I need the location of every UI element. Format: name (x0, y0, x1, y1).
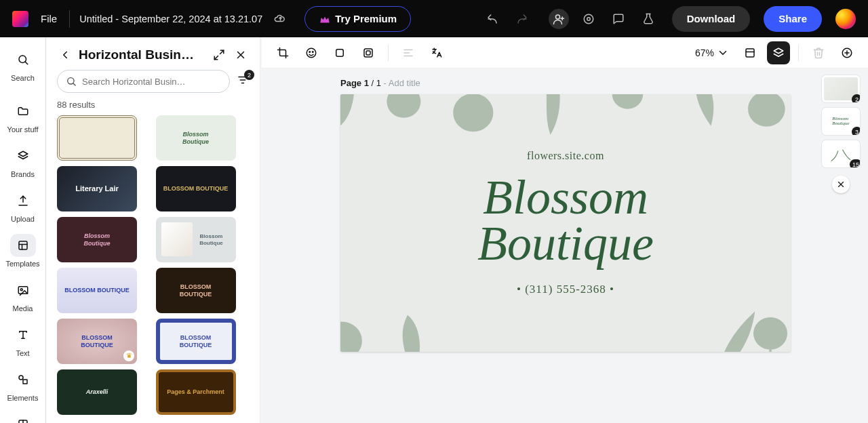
text-icon (10, 323, 36, 346)
undo-button[interactable] (482, 9, 502, 29)
svg-point-30 (307, 48, 316, 58)
experiments-icon[interactable] (638, 9, 658, 29)
template-card[interactable]: BLOSSOM BOUTIQUE♛ (57, 319, 137, 364)
close-strip-button[interactable] (832, 176, 850, 193)
svg-line-21 (220, 50, 224, 54)
svg-point-31 (309, 51, 311, 52)
template-card[interactable]: BLOSSOM BOUTIQUE (57, 268, 137, 313)
add-title-hint: - Add title (384, 78, 420, 88)
crop-tool[interactable] (271, 41, 294, 64)
template-card[interactable]: BLOSSOM BOUTIQUE (156, 319, 236, 364)
rail-text[interactable]: Text (4, 319, 42, 360)
thumb-badge: 3 (852, 127, 860, 135)
cloud-sync-icon[interactable] (273, 12, 287, 26)
rail-label: Templates (5, 260, 39, 268)
page-total: / 1 (369, 78, 384, 88)
svg-rect-34 (364, 49, 372, 57)
align-tool[interactable] (397, 41, 420, 64)
canvas-area[interactable]: Page 1 / 1 - Add title (262, 68, 868, 423)
brand-icon (10, 144, 36, 167)
shape-tool[interactable] (328, 41, 351, 64)
svg-point-46 (612, 94, 643, 109)
rail-elements[interactable]: Elements (4, 364, 42, 405)
translate-tool[interactable] (425, 41, 448, 64)
page-thumbnail-strip: 2 Blossom Boutique3 15 (822, 75, 860, 193)
add-page-button[interactable] (835, 41, 859, 64)
user-avatar[interactable] (835, 9, 856, 29)
search-icon (10, 48, 36, 71)
rail-templates[interactable]: Templates (4, 230, 42, 270)
delete-button[interactable] (807, 41, 830, 64)
filter-button[interactable]: 2 (237, 74, 249, 89)
expand-icon[interactable] (211, 47, 227, 63)
help-icon[interactable] (578, 9, 599, 29)
page-view-button[interactable] (738, 41, 762, 64)
template-card[interactable]: BLOSSOM BOUTIQUE (156, 268, 236, 313)
page-indicator[interactable]: Page 1 / 1 - Add title (340, 78, 420, 88)
template-card[interactable]: Blossom Boutique (156, 217, 236, 262)
svg-point-48 (340, 321, 362, 352)
template-search-input[interactable] (57, 70, 230, 93)
svg-line-22 (214, 56, 218, 60)
svg-rect-35 (366, 51, 370, 55)
rail-label: Brands (11, 170, 35, 178)
template-grid[interactable]: Blossom Boutique Literary Lair BLOSSOM B… (57, 115, 249, 423)
back-icon[interactable] (57, 47, 73, 63)
phone-text[interactable]: • (311) 555-2368 • (477, 283, 654, 296)
page-thumbnail[interactable]: 2 (822, 75, 860, 102)
rail-upload[interactable]: Upload (4, 185, 42, 226)
folder-icon (10, 100, 36, 123)
separator (388, 45, 389, 61)
search-icon (66, 75, 77, 87)
template-card[interactable]: Pages & Parchment (156, 369, 236, 415)
svg-line-26 (73, 83, 75, 85)
template-card[interactable] (57, 115, 137, 161)
rail-media[interactable]: Media (4, 275, 42, 315)
template-card[interactable]: Araxelli (57, 369, 137, 415)
zoom-control[interactable]: 67% (695, 47, 729, 59)
top-app-bar: File Untitled - September 22, 2024 at 13… (0, 0, 868, 37)
layers-button[interactable] (767, 41, 790, 64)
try-premium-button[interactable]: Try Premium (304, 6, 411, 32)
panel-title: Horizontal Busin… (79, 47, 205, 62)
rail-label: Elements (7, 394, 39, 402)
try-premium-label: Try Premium (335, 13, 397, 24)
template-card[interactable]: Literary Lair (57, 166, 137, 212)
app-logo[interactable] (12, 11, 28, 27)
card-text-group[interactable]: flowers.site.com Blossom Boutique • (311… (477, 150, 654, 297)
svg-point-32 (313, 51, 314, 52)
rail-your-stuff[interactable]: Your stuff (4, 96, 42, 136)
templates-icon (10, 234, 36, 257)
rail-brands[interactable]: Brands (4, 140, 42, 181)
page-thumbnail[interactable]: 15 (822, 140, 860, 167)
rail-search[interactable]: Search (4, 44, 42, 85)
templates-panel: Horizontal Busin… 2 88 results Blossom B… (46, 37, 260, 423)
template-card[interactable]: BLOSSOM BOUTIQUE (156, 166, 236, 212)
design-canvas[interactable]: flowers.site.com Blossom Boutique • (311… (340, 94, 791, 352)
template-card[interactable]: Blossom Boutique (57, 217, 137, 262)
rail-layouts[interactable] (4, 409, 42, 423)
website-text[interactable]: flowers.site.com (477, 150, 654, 162)
layout-icon (10, 413, 36, 423)
svg-rect-9 (19, 241, 27, 249)
search-field[interactable] (82, 77, 221, 87)
brand-line-2[interactable]: Boutique (477, 220, 654, 266)
share-button[interactable]: Share (764, 6, 822, 32)
page-thumbnail[interactable]: Blossom Boutique3 (822, 108, 860, 135)
redo-button[interactable] (512, 9, 532, 29)
close-icon[interactable] (233, 47, 249, 63)
svg-point-1 (555, 15, 559, 19)
effects-tool[interactable] (300, 41, 323, 64)
svg-point-5 (587, 17, 590, 20)
template-card[interactable]: Blossom Boutique (156, 115, 236, 161)
document-title[interactable]: Untitled - September 22, 2024 at 13.21.0… (79, 14, 262, 24)
invite-button[interactable] (549, 9, 569, 29)
rail-label: Upload (11, 215, 35, 223)
download-button[interactable]: Download (672, 6, 751, 32)
brand-line-1[interactable]: Blossom (477, 174, 654, 220)
file-menu[interactable]: File (38, 9, 60, 28)
svg-line-8 (25, 62, 28, 64)
mask-tool[interactable] (357, 41, 380, 64)
comments-icon[interactable] (608, 9, 629, 29)
zoom-value: 67% (695, 47, 714, 58)
